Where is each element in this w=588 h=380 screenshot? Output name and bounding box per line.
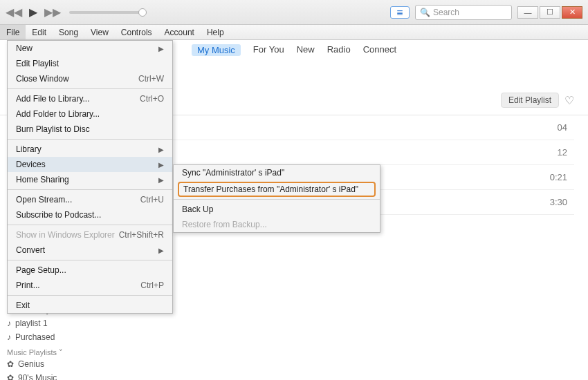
devices-submenu: Sync "Administrator' s iPad"Transfer Pur… [173, 164, 380, 233]
volume-slider[interactable] [69, 11, 145, 14]
sidebar-item[interactable]: ✿Genius [7, 357, 111, 371]
submenuitem: Restore from Backup... [174, 217, 380, 232]
play-icon[interactable]: ▶ [25, 4, 42, 21]
titlebar: ◀◀ ▶ ▶▶ ≣ 🔍 Search — ☐ ✕ [0, 0, 588, 25]
submenuitem[interactable]: Transfer Purchases from "Administrator' … [178, 182, 376, 197]
menuitem-add-file-to-library-[interactable]: Add File to Library...Ctrl+O [8, 91, 172, 106]
menuitem-devices[interactable]: Devices▶ [8, 157, 172, 172]
menu-controls[interactable]: Controls [115, 25, 158, 39]
tab-my-music[interactable]: My Music [192, 44, 241, 56]
edit-playlist-button[interactable]: Edit Playlist [501, 93, 559, 108]
menubar: FileEditSongViewControlsAccountHelp [0, 25, 588, 40]
menu-view[interactable]: View [84, 25, 115, 39]
menuitem-close-window[interactable]: Close WindowCtrl+W [8, 71, 172, 86]
gear-icon: ✿ [7, 373, 14, 380]
menu-file[interactable]: File [0, 25, 26, 39]
menu-help[interactable]: Help [201, 25, 230, 39]
menuitem-library[interactable]: Library▶ [8, 142, 172, 157]
menuitem-print-[interactable]: Print...Ctrl+P [8, 278, 172, 293]
menuitem-show-in-windows-explorer: Show in Windows ExplorerCtrl+Shift+R [8, 227, 172, 243]
submenuitem[interactable]: Sync "Administrator' s iPad" [174, 165, 380, 180]
close-button[interactable]: ✕ [562, 6, 582, 19]
tab-connect[interactable]: Connect [363, 44, 396, 56]
prev-icon[interactable]: ◀◀ [6, 4, 22, 21]
menuitem-home-sharing[interactable]: Home Sharing▶ [8, 172, 172, 187]
list-view-button[interactable]: ≣ [390, 6, 410, 19]
sidebar-heading[interactable]: Music Playlists ˅ [7, 348, 111, 357]
menu-account[interactable]: Account [158, 25, 201, 39]
menuitem-edit-playlist[interactable]: Edit Playlist [8, 56, 172, 71]
search-input[interactable]: 🔍 Search [415, 5, 512, 20]
sidebar-item[interactable]: ♪Purchased [7, 330, 111, 344]
sidebar-item[interactable]: ♪playlist 1 [7, 316, 111, 330]
menuitem-subscribe-to-podcast-[interactable]: Subscribe to Podcast... [8, 207, 172, 222]
search-icon: 🔍 [420, 8, 430, 17]
search-placeholder: Search [433, 8, 459, 17]
tab-radio[interactable]: Radio [327, 44, 351, 56]
submenuitem[interactable]: Back Up [174, 202, 380, 217]
menu-edit[interactable]: Edit [26, 25, 53, 39]
menuitem-new[interactable]: New▶ [8, 41, 172, 56]
menuitem-exit[interactable]: Exit [8, 298, 172, 313]
sidebar-item[interactable]: ✿90's Music [7, 371, 111, 380]
minimize-button[interactable]: — [517, 6, 538, 19]
gear-icon: ✿ [7, 359, 14, 369]
heart-icon[interactable]: ♡ [564, 94, 574, 107]
slider-knob[interactable] [138, 8, 147, 17]
file-menu-dropdown: New▶Edit PlaylistClose WindowCtrl+WAdd F… [7, 40, 173, 314]
menuitem-burn-playlist-to-disc[interactable]: Burn Playlist to Disc [8, 122, 172, 137]
table-row[interactable]: 04 [173, 115, 574, 140]
menuitem-open-stream-[interactable]: Open Stream...Ctrl+U [8, 192, 172, 207]
menuitem-add-folder-to-library-[interactable]: Add Folder to Library... [8, 106, 172, 122]
note-icon: ♪ [7, 332, 11, 342]
tab-new[interactable]: New [297, 44, 315, 56]
menuitem-page-setup-[interactable]: Page Setup... [8, 263, 172, 278]
menuitem-convert[interactable]: Convert▶ [8, 243, 172, 258]
menu-song[interactable]: Song [53, 25, 84, 39]
maximize-button[interactable]: ☐ [540, 6, 560, 19]
note-icon: ♪ [7, 319, 11, 328]
tab-for-you[interactable]: For You [253, 44, 284, 56]
table-row[interactable]: 12 [173, 140, 574, 165]
next-icon[interactable]: ▶▶ [44, 4, 61, 21]
playback-controls: ◀◀ ▶ ▶▶ [6, 4, 61, 21]
